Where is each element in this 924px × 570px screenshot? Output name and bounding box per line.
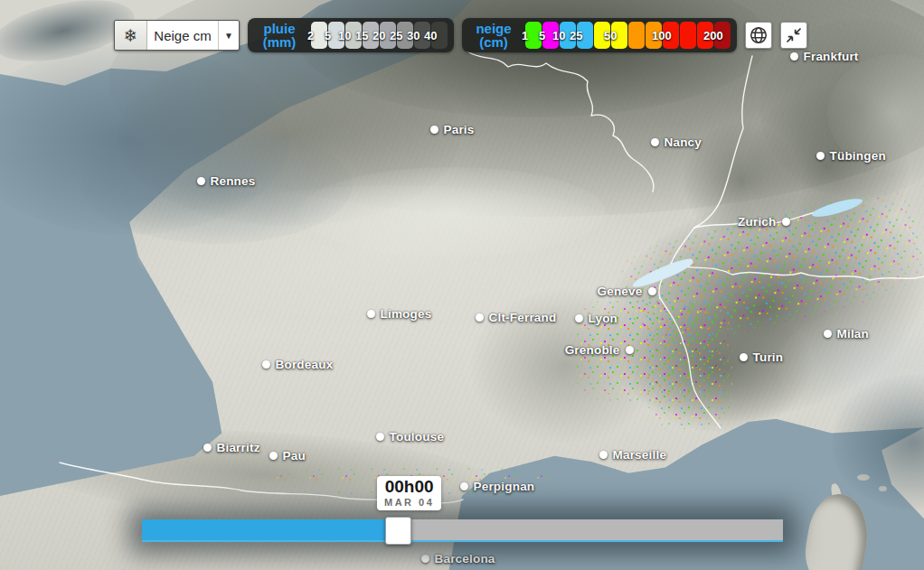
globe-button[interactable] <box>745 22 772 49</box>
city-marker-t-bingen: Tübingen <box>816 152 825 160</box>
city-label: Milan <box>837 327 870 341</box>
pluie-tick-label: 30 <box>407 29 420 42</box>
city-dot <box>790 52 798 61</box>
city-marker-barcelona: Barcelona <box>421 555 429 563</box>
pluie-tick-label: 5 <box>325 29 331 42</box>
city-label: Grenoble <box>565 343 620 357</box>
city-marker-toulouse: Toulouse <box>376 433 384 441</box>
neige-tick-label: 100 <box>652 29 672 42</box>
neige-tick-label: 200 <box>703 29 723 42</box>
timeline-date: MAR 04 <box>384 497 434 508</box>
city-dot <box>460 482 468 491</box>
city-dot <box>430 126 438 134</box>
legend-pluie: pluie(mm)25101520253040 <box>248 18 454 52</box>
city-dot <box>648 287 656 295</box>
city-marker-limoges: Limoges <box>367 310 375 318</box>
neige-legend-title: neige(cm) <box>462 22 525 50</box>
city-marker-zurich: Zurich <box>782 218 790 226</box>
pluie-tick-label: 2 <box>307 29 314 42</box>
city-label: Marseille <box>613 448 667 462</box>
pluie-swatch-40: 40 <box>431 22 448 49</box>
city-marker-geneve: Geneve <box>648 287 656 295</box>
neige-swatch-25: 25 <box>577 22 593 49</box>
city-label: Biarritz <box>217 441 260 454</box>
pluie-tick-label: 40 <box>424 29 437 42</box>
city-dot <box>269 452 278 460</box>
city-dot <box>367 310 375 318</box>
timeline-fill <box>142 519 385 540</box>
city-dot <box>824 330 832 338</box>
city-label: Toulouse <box>390 430 445 444</box>
city-layer: FrankfurtParisNancyTübingenRennesZurichG… <box>0 0 924 570</box>
neige-tick-label: 1 <box>522 29 528 42</box>
city-marker-bordeaux: Bordeaux <box>262 360 270 369</box>
city-dot <box>740 353 748 361</box>
city-label: Turin <box>753 350 784 364</box>
city-marker-turin: Turin <box>740 353 748 361</box>
city-label: Bordeaux <box>276 358 334 371</box>
city-label: Nancy <box>665 135 702 149</box>
city-marker-nancy: Nancy <box>651 138 659 146</box>
globe-icon <box>749 25 768 45</box>
compress-arrows-icon <box>785 26 803 44</box>
pluie-tick-label: 15 <box>355 29 368 42</box>
city-dot <box>651 138 659 146</box>
pluie-tick-label: 10 <box>338 29 351 42</box>
variable-select: ❄ Neige cm ▼ <box>114 20 240 51</box>
city-marker-paris: Paris <box>430 126 438 134</box>
city-marker-perpignan: Perpignan <box>460 482 468 491</box>
city-dot <box>626 346 634 354</box>
city-label: Lyon <box>589 312 618 325</box>
map-canvas[interactable]: FrankfurtParisNancyTübingenRennesZurichG… <box>0 0 924 570</box>
timeline-track[interactable] <box>142 519 783 542</box>
city-dot <box>376 433 384 441</box>
timeline-tooltip: 00h00 MAR 04 <box>377 476 441 510</box>
city-marker-pau: Pau <box>269 452 278 460</box>
city-marker-frankfurt: Frankfurt <box>790 52 798 61</box>
legend-neige: neige(cm)15102550100200 <box>462 18 737 52</box>
toolbar: ❄ Neige cm ▼ pluie(mm)25101520253040 nei… <box>114 18 807 52</box>
timeline-handle[interactable] <box>385 517 411 545</box>
city-marker-clt-ferrand: Clt-Ferrand <box>476 313 484 322</box>
city-marker-rennes: Rennes <box>197 177 205 185</box>
pluie-tick-label: 20 <box>372 29 385 42</box>
city-marker-milan: Milan <box>824 330 832 338</box>
city-marker-marseille: Marseille <box>599 451 608 459</box>
weather-map-app: FrankfurtParisNancyTübingenRennesZurichG… <box>0 0 924 570</box>
city-label: Barcelona <box>435 552 495 565</box>
chevron-down-icon[interactable]: ▼ <box>218 21 239 50</box>
city-dot <box>782 218 790 226</box>
neige-swatch-50: 50 <box>611 22 627 49</box>
city-label: Rennes <box>211 174 256 188</box>
timeline-time: 00h00 <box>384 478 434 496</box>
pluie-legend-title: pluie(mm) <box>248 22 311 50</box>
variable-select-value[interactable]: Neige cm <box>147 21 218 50</box>
snowflake-icon[interactable]: ❄ <box>115 21 147 50</box>
city-label: Zurich <box>738 215 776 229</box>
neige-swatch <box>628 22 645 49</box>
city-dot <box>203 444 212 452</box>
pluie-tick-label: 25 <box>390 29 402 42</box>
neige-swatch-100: 100 <box>663 22 679 49</box>
city-dot <box>262 360 270 369</box>
city-dot <box>575 314 583 322</box>
pluie-legend-swatches: 25101520253040 <box>311 22 448 49</box>
neige-swatch-200: 200 <box>714 22 731 49</box>
city-dot <box>476 313 484 322</box>
neige-tick-label: 10 <box>552 29 565 42</box>
city-marker-biarritz: Biarritz <box>203 444 212 452</box>
neige-tick-label: 50 <box>604 29 617 42</box>
city-marker-grenoble: Grenoble <box>626 346 634 354</box>
city-label: Perpignan <box>474 480 535 493</box>
city-dot <box>421 555 429 563</box>
collapse-toolbar-button[interactable] <box>780 22 807 49</box>
city-label: Limoges <box>381 307 432 321</box>
city-marker-lyon: Lyon <box>575 314 583 322</box>
city-dot <box>816 152 825 160</box>
neige-tick-label: 5 <box>539 29 545 42</box>
city-dot <box>599 451 608 459</box>
city-dot <box>197 177 205 185</box>
neige-swatch <box>680 22 696 49</box>
city-label: Frankfurt <box>804 50 859 63</box>
city-label: Paris <box>444 123 475 136</box>
